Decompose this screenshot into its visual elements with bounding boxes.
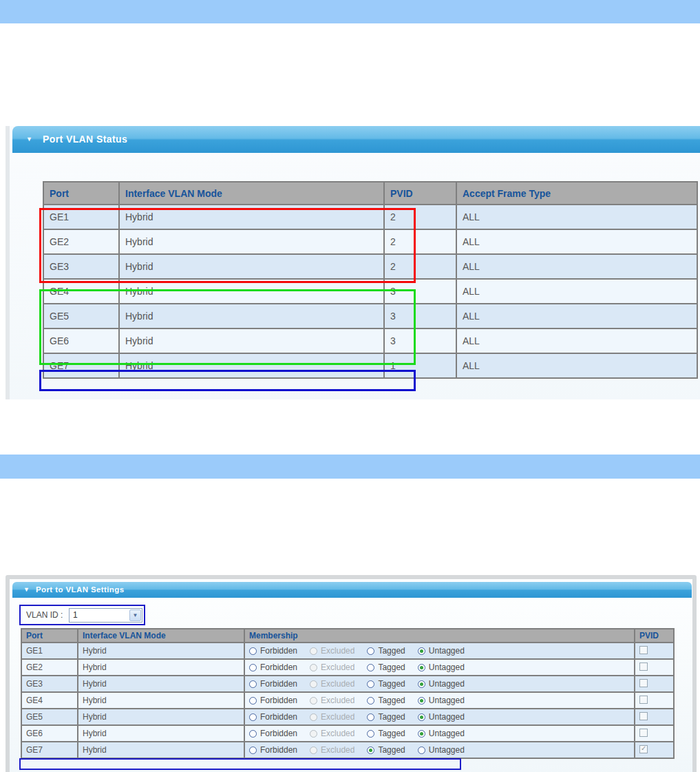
col-header-port: Port (43, 182, 119, 205)
vlan-id-dropdown[interactable]: 1 ▼ (69, 608, 142, 623)
port-cell: GE3 (43, 254, 119, 279)
port-cell: GE2 (43, 229, 119, 254)
pvid-checkbox[interactable] (639, 729, 648, 737)
table-row: GE1 Hybrid Forbidden Excluded (21, 643, 674, 659)
mode-cell: Hybrid (78, 643, 244, 659)
membership-cell: Forbidden Excluded Tagged (244, 643, 635, 659)
forbidden-radio[interactable] (249, 697, 257, 705)
untagged-radio[interactable] (418, 730, 425, 738)
status-panel-header[interactable]: ▼ Port VLAN Status (12, 126, 700, 153)
settings-panel-header[interactable]: ▼ Port to VLAN Settings (12, 582, 692, 598)
pvid-checkbox[interactable] (639, 679, 648, 687)
table-row: GE1 Hybrid 2 ALL (43, 205, 697, 229)
dropdown-button[interactable]: ▼ (129, 609, 141, 621)
excluded-radio[interactable] (310, 664, 317, 671)
excluded-radio[interactable] (310, 747, 317, 754)
excluded-radio[interactable] (310, 647, 317, 655)
tagged-radio[interactable] (367, 747, 374, 754)
pvid-checkbox[interactable] (639, 712, 648, 720)
membership-cell: Forbidden Excluded Tagged (244, 725, 635, 742)
untagged-radio[interactable] (418, 664, 425, 671)
table-row: GE2 Hybrid 2 ALL (43, 229, 697, 254)
mode-cell: Hybrid (78, 742, 244, 758)
table-row: GE3 Hybrid 2 ALL (43, 254, 697, 279)
pvid-checkbox[interactable] (639, 646, 648, 654)
tagged-radio[interactable] (367, 730, 374, 738)
untagged-label: Untagged (429, 729, 465, 738)
excluded-label: Excluded (321, 646, 354, 656)
excluded-radio[interactable] (310, 697, 317, 705)
excluded-label: Excluded (321, 679, 354, 689)
pvid-checkbox[interactable] (639, 745, 648, 753)
pvid-checkbox-cell (635, 709, 674, 725)
forbidden-radio[interactable] (249, 680, 257, 688)
forbidden-label: Forbidden (260, 679, 297, 689)
untagged-radio[interactable] (418, 713, 425, 721)
table-row: GE6 Hybrid Forbidden Excluded (21, 725, 674, 742)
mode-cell: Hybrid (119, 328, 384, 353)
mode-cell: Hybrid (119, 279, 384, 304)
pvid-checkbox[interactable] (639, 696, 648, 704)
pvid-checkbox[interactable] (639, 663, 648, 671)
col-header-accept-frame-type: Accept Frame Type (456, 182, 697, 205)
forbidden-radio[interactable] (249, 747, 257, 754)
excluded-radio[interactable] (310, 713, 317, 721)
collapse-triangle-icon: ▼ (26, 126, 32, 153)
forbidden-radio[interactable] (249, 730, 257, 738)
forbidden-label: Forbidden (260, 663, 297, 672)
pvid-cell: 3 (384, 304, 456, 328)
frame-type-cell: ALL (456, 229, 697, 254)
tagged-radio[interactable] (367, 664, 374, 671)
forbidden-radio[interactable] (249, 713, 257, 721)
port-cell: GE6 (43, 328, 119, 353)
port-cell: GE1 (21, 643, 78, 659)
mode-cell: Hybrid (119, 205, 384, 229)
tagged-radio[interactable] (367, 713, 374, 721)
membership-cell: Forbidden Excluded Tagged (244, 709, 635, 725)
tagged-radio[interactable] (367, 680, 374, 688)
tagged-label: Tagged (378, 646, 405, 656)
excluded-label: Excluded (321, 696, 354, 705)
untagged-radio[interactable] (418, 680, 425, 688)
untagged-radio[interactable] (418, 647, 425, 655)
col-header-port: Port (21, 629, 78, 643)
frame-type-cell: ALL (456, 254, 697, 279)
excluded-label: Excluded (321, 745, 354, 755)
table-row: GE4 Hybrid 3 ALL (43, 279, 697, 304)
pvid-checkbox-cell (635, 742, 674, 758)
untagged-radio[interactable] (418, 697, 425, 705)
tagged-radio[interactable] (367, 647, 374, 655)
table-row: GE7 Hybrid Forbidden Excluded (21, 742, 674, 758)
untagged-label: Untagged (429, 646, 465, 656)
untagged-radio[interactable] (418, 747, 425, 754)
excluded-radio[interactable] (310, 730, 317, 738)
tagged-label: Tagged (378, 663, 405, 672)
port-cell: GE1 (43, 205, 119, 229)
tagged-label: Tagged (378, 729, 405, 738)
status-panel-title: Port VLAN Status (43, 134, 127, 145)
top-divider-bar (0, 0, 700, 23)
pvid-cell: 1 (384, 353, 456, 378)
pvid-cell: 3 (384, 328, 456, 353)
forbidden-label: Forbidden (260, 712, 297, 722)
mode-cell: Hybrid (78, 659, 244, 676)
forbidden-radio[interactable] (249, 664, 257, 671)
table-row: GE6 Hybrid 3 ALL (43, 328, 697, 353)
tagged-label: Tagged (378, 696, 405, 705)
frame-type-cell: ALL (456, 279, 697, 304)
membership-cell: Forbidden Excluded Tagged (244, 742, 635, 758)
tagged-radio[interactable] (367, 697, 374, 705)
mode-cell: Hybrid (78, 725, 244, 742)
forbidden-label: Forbidden (260, 646, 297, 656)
col-header-pvid: PVID (635, 629, 674, 643)
port-cell: GE3 (21, 676, 78, 692)
untagged-label: Untagged (429, 663, 465, 672)
excluded-label: Excluded (321, 729, 354, 738)
pvid-cell: 2 (384, 205, 456, 229)
excluded-radio[interactable] (310, 680, 317, 688)
frame-type-cell: ALL (456, 304, 697, 328)
forbidden-radio[interactable] (249, 647, 257, 655)
frame-type-cell: ALL (456, 353, 697, 378)
port-cell: GE7 (43, 353, 119, 378)
pvid-cell: 3 (384, 279, 456, 304)
